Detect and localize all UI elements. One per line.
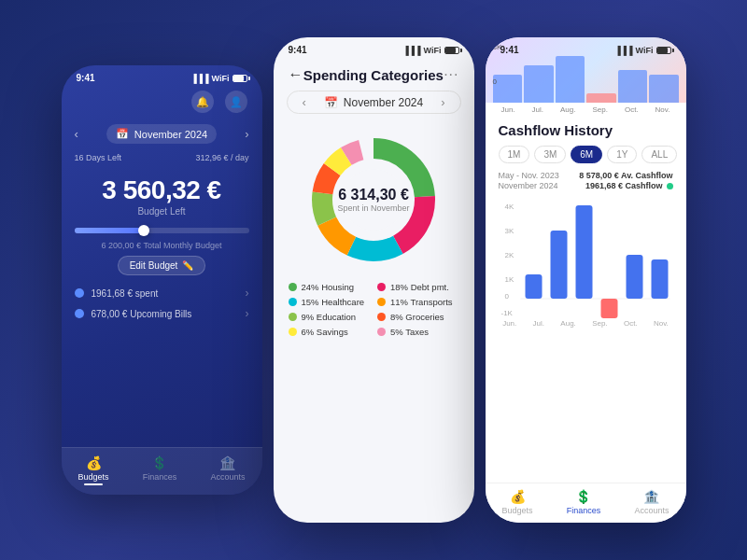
- left-phone: 9:41 ▐▐▐ WiFi 🔔 👤 ‹ 📅 November 2024 › 16…: [62, 65, 262, 495]
- mid-header: ← Spending Categories ···: [274, 59, 474, 91]
- top-chart-labels: Jun. Jul. Aug. Sep. Oct. Nov.: [486, 103, 686, 117]
- stat2-period: November 2024: [499, 181, 558, 190]
- bar-chart-svg: 4K 3K 2K 1K 0 -1K: [495, 198, 677, 319]
- legend-item-2: 15% Healthcare: [289, 297, 371, 307]
- back-button[interactable]: ←: [289, 66, 303, 83]
- legend-dot-1: [377, 283, 386, 291]
- r-finances-label: Finances: [567, 506, 601, 515]
- right-wifi: WiFi: [636, 46, 654, 55]
- notification-icon[interactable]: 🔔: [191, 91, 214, 113]
- r-accounts-icon: 🏦: [643, 489, 659, 504]
- svg-text:-1K: -1K: [500, 309, 513, 317]
- trans-dot-2: [75, 309, 84, 318]
- mid-month-nav: ‹ 📅 November 2024 ›: [287, 91, 461, 114]
- mid-month-center: 📅 November 2024: [324, 96, 423, 109]
- svg-text:0: 0: [504, 292, 509, 301]
- active-indicator: [84, 483, 103, 485]
- bl-oct: Oct.: [624, 319, 638, 328]
- top-mini-chart: 9:41 ▐▐▐ WiFi 3K 0: [486, 37, 686, 103]
- bar-aug: [575, 205, 592, 299]
- bl-sep: Sep.: [592, 319, 607, 328]
- mid-battery: [444, 47, 459, 54]
- left-nav-finances[interactable]: 💲 Finances: [143, 455, 177, 485]
- legend-dot-7: [377, 328, 386, 336]
- edit-budget-button[interactable]: Edit Budget ✏️: [118, 256, 206, 275]
- progress-indicator: [138, 225, 149, 236]
- trans-text-2: 678,00 € Upcoming Bills: [92, 309, 192, 319]
- trans-arrow-2: ›: [246, 307, 249, 320]
- mid-cal-icon: 📅: [324, 96, 338, 109]
- donut-label: Spent in November: [337, 203, 409, 213]
- bar-jul: [550, 231, 567, 299]
- mid-time: 9:41: [289, 45, 307, 55]
- legend-grid: 24% Housing 18% Debt pmt. 15% Healthcare…: [274, 278, 474, 344]
- stat-row-1: May - Nov. 2023 8 578,00 € Av. Cashflow: [499, 171, 673, 180]
- legend-item-6: 6% Savings: [289, 327, 371, 337]
- mid-next-arrow[interactable]: ›: [441, 95, 444, 109]
- bar-nov: [651, 259, 668, 299]
- bar-chart-area: 4K 3K 2K 1K 0 -1K Jun. Jul. Aug.: [486, 194, 686, 483]
- tc-jun: Jun.: [500, 105, 514, 114]
- legend-item-3: 11% Transports: [377, 297, 459, 307]
- tc-oct: Oct.: [625, 105, 639, 114]
- mini-bar-5: [618, 70, 648, 103]
- tc-sep: Sep.: [592, 105, 607, 114]
- right-nav-budgets[interactable]: 💰 Budgets: [502, 489, 533, 515]
- svg-text:4K: 4K: [504, 203, 514, 211]
- mid-signal: ▐▐▐: [402, 46, 420, 55]
- mid-phone: 9:41 ▐▐▐ WiFi ← Spending Categories ··· …: [274, 37, 474, 523]
- left-status-icons: ▐▐▐ WiFi: [190, 74, 247, 83]
- trans-arrow-1: ›: [246, 287, 249, 300]
- right-nav-accounts[interactable]: 🏦 Accounts: [634, 489, 669, 515]
- left-nav-accounts[interactable]: 🏦 Accounts: [210, 455, 245, 485]
- prev-month-arrow[interactable]: ‹: [75, 127, 78, 141]
- left-nav-budgets[interactable]: 💰 Budgets: [78, 455, 109, 485]
- mid-wifi: WiFi: [424, 46, 442, 55]
- chart-bottom-label: 0: [493, 77, 497, 86]
- budgets-label: Budgets: [78, 472, 109, 482]
- right-signal: ▐▐▐: [614, 46, 632, 55]
- legend-label-7: 5% Taxes: [390, 327, 429, 337]
- period-all[interactable]: ALL: [641, 146, 677, 163]
- bar-sep: [600, 299, 617, 318]
- legend-label-3: 11% Transports: [390, 297, 453, 307]
- period-6m[interactable]: 6M: [571, 146, 602, 163]
- transaction-item-2[interactable]: 678,00 € Upcoming Bills ›: [75, 307, 249, 320]
- more-options[interactable]: ···: [444, 66, 458, 83]
- mini-bar-4: [586, 93, 616, 103]
- month-nav-center: 📅 November 2024: [106, 124, 217, 144]
- finances-label: Finances: [143, 472, 177, 482]
- period-1y[interactable]: 1Y: [607, 146, 637, 163]
- stat1-value: 8 578,00 € Av. Cashflow: [579, 171, 672, 180]
- mid-title: Spending Categories: [303, 67, 444, 83]
- transaction-item-1[interactable]: 1961,68 € spent ›: [75, 287, 249, 300]
- legend-dot-3: [377, 298, 386, 306]
- chart-top-label: 3K: [493, 43, 502, 51]
- edit-label: Edit Budget: [130, 260, 178, 271]
- finances-icon: 💲: [151, 455, 167, 470]
- left-top-icons: 🔔 👤: [62, 87, 262, 120]
- tc-nov: Nov.: [655, 105, 670, 114]
- next-month-arrow[interactable]: ›: [245, 127, 248, 141]
- progress-fill: [75, 228, 148, 233]
- stat2-value: 1961,68 € Cashflow: [585, 181, 673, 190]
- cashflow-title: Cashflow History: [486, 117, 686, 142]
- bl-jul: Jul.: [533, 319, 544, 328]
- r-budgets-icon: 💰: [510, 489, 526, 504]
- left-month: November 2024: [134, 129, 207, 140]
- legend-label-4: 9% Education: [302, 312, 357, 322]
- right-nav-finances[interactable]: 💲 Finances: [567, 489, 601, 515]
- budget-amount: 3 560,32 €: [62, 175, 262, 205]
- donut-center: 6 314,30 € Spent in November: [337, 187, 409, 213]
- period-3m[interactable]: 3M: [534, 146, 566, 163]
- battery-icon: [233, 75, 247, 82]
- wifi-icon: WiFi: [212, 74, 230, 83]
- progress-bar: [75, 228, 249, 233]
- right-bottom-nav: 💰 Budgets 💲 Finances 🏦 Accounts: [486, 483, 686, 523]
- mid-prev-arrow[interactable]: ‹: [303, 95, 306, 109]
- mid-month: November 2024: [344, 96, 423, 109]
- mini-bar-3: [556, 56, 585, 103]
- right-battery: [656, 47, 671, 54]
- profile-icon[interactable]: 👤: [225, 91, 247, 113]
- period-1m[interactable]: 1M: [499, 146, 530, 163]
